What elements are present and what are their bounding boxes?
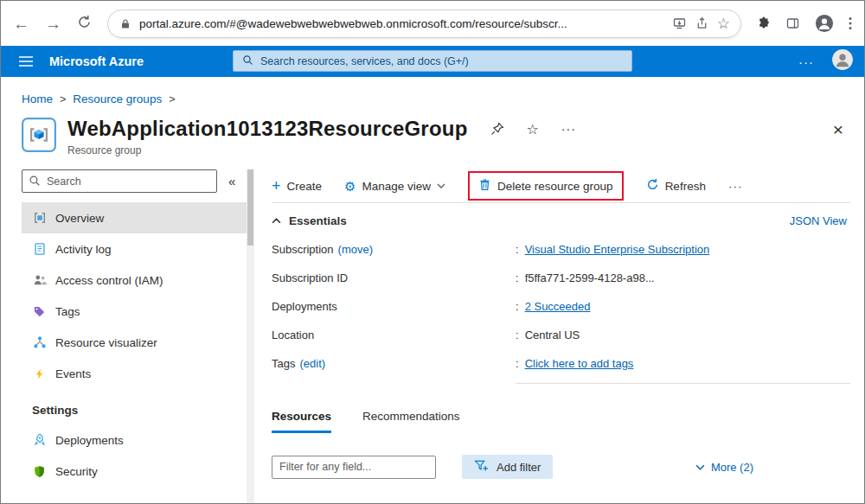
edit-tags-link[interactable]: (edit): [299, 357, 325, 370]
sidebar-scrollbar[interactable]: [247, 169, 254, 503]
create-button[interactable]: + Create: [272, 178, 322, 194]
bookmark-star-icon[interactable]: ☆: [717, 15, 730, 33]
browser-refresh-icon[interactable]: [77, 15, 92, 32]
sidebar-item-label: Resource visualizer: [55, 336, 157, 349]
breadcrumb-separator: >: [60, 93, 66, 105]
page-more-icon[interactable]: ···: [561, 122, 576, 136]
command-bar: + Create ⚙ Manage view Delete resource g…: [272, 169, 850, 202]
resource-group-icon: [22, 118, 56, 152]
sidebar-item-resource-visualizer[interactable]: Resource visualizer: [22, 327, 247, 358]
azure-more-icon[interactable]: ···: [798, 54, 814, 69]
sidebar-item-access-control[interactable]: Access control (IAM): [22, 265, 247, 296]
azure-search-bar[interactable]: [233, 50, 632, 72]
breadcrumb-resource-groups[interactable]: Resource groups: [73, 93, 162, 105]
activity-log-icon: [32, 242, 47, 256]
sidebar-section-settings: Settings: [22, 389, 247, 424]
funnel-plus-icon: [474, 459, 489, 475]
gear-icon: ⚙: [344, 180, 356, 193]
pin-icon[interactable]: [490, 122, 504, 136]
chevron-up-icon[interactable]: [272, 218, 281, 224]
sidebar-item-activity-log[interactable]: Activity log: [22, 233, 247, 265]
main-content: + Create ⚙ Manage view Delete resource g…: [254, 169, 864, 503]
lock-icon[interactable]: [120, 18, 131, 29]
colon: :: [516, 271, 519, 284]
people-icon: [32, 273, 47, 287]
essentials-grid: Subscription (move) : Visual Studio Ente…: [272, 235, 850, 378]
essentials-divider: [516, 383, 850, 384]
tab-resources[interactable]: Resources: [272, 410, 331, 433]
more-filters-label: More (2): [711, 461, 753, 474]
search-icon: [242, 54, 253, 69]
browser-back-icon[interactable]: ←: [13, 16, 29, 32]
azure-account-avatar[interactable]: [831, 48, 854, 74]
extensions-icon[interactable]: [757, 16, 771, 30]
sidebar-item-deployments[interactable]: Deployments: [22, 424, 247, 456]
sidebar-item-label: Deployments: [55, 434, 124, 447]
json-view-link[interactable]: JSON View: [790, 214, 847, 227]
sidebar-collapse-button[interactable]: «: [228, 174, 235, 188]
subscription-id-value: f5ffa771-2599-4128-a98...: [525, 271, 655, 284]
azure-brand[interactable]: Microsoft Azure: [49, 54, 144, 68]
filter-bar: Add filter More (2): [272, 455, 850, 479]
essentials-row-subscription: Subscription (move) : Visual Studio Ente…: [272, 235, 850, 264]
refresh-button[interactable]: Refresh: [646, 178, 706, 194]
favorite-star-icon[interactable]: ☆: [527, 121, 539, 137]
essentials-header: Essentials JSON View: [272, 214, 850, 227]
browser-chrome: ← → portal.azure.com/#@wadewebwebwebwebw…: [1, 1, 864, 46]
scrollbar-thumb[interactable]: [247, 169, 253, 246]
essentials-row-deployments: Deployments : 2 Succeeded: [272, 292, 850, 321]
hamburger-menu-icon[interactable]: [11, 55, 41, 67]
chevron-down-icon: [437, 183, 445, 188]
azure-search-input[interactable]: [260, 55, 623, 67]
filter-input[interactable]: [272, 456, 436, 479]
browser-actions: [757, 14, 852, 33]
content-tabs: Resources Recommendations: [272, 410, 850, 433]
essentials-title[interactable]: Essentials: [289, 214, 347, 227]
browser-menu-icon[interactable]: [849, 16, 852, 30]
sidebar-item-events[interactable]: Events: [22, 358, 247, 389]
blade-body: « Overview Activity log Access control (…: [1, 169, 864, 503]
share-icon[interactable]: [695, 16, 708, 30]
create-label: Create: [287, 180, 323, 193]
side-panel-icon[interactable]: [785, 16, 800, 30]
azure-topbar-right: ···: [798, 48, 854, 74]
close-blade-icon[interactable]: ×: [833, 120, 843, 138]
sidebar-search-input[interactable]: [22, 169, 217, 193]
sidebar-item-overview[interactable]: Overview: [22, 202, 247, 233]
sidebar-item-label: Security: [55, 465, 98, 478]
colon: :: [516, 329, 519, 341]
sidebar-item-tags[interactable]: Tags: [22, 296, 247, 327]
delete-label: Delete resource group: [497, 180, 613, 193]
refresh-icon: [646, 178, 659, 194]
diagram-icon: [32, 335, 47, 349]
sidebar-item-label: Overview: [55, 212, 104, 225]
more-filters-link[interactable]: More (2): [695, 461, 753, 474]
chevron-down-icon: [695, 464, 705, 470]
tab-recommendations[interactable]: Recommendations: [362, 410, 460, 433]
add-filter-button[interactable]: Add filter: [462, 455, 553, 479]
address-bar[interactable]: portal.azure.com/#@wadewebwebwebwebweb.o…: [107, 10, 741, 38]
shield-icon: [32, 465, 47, 478]
add-tags-link[interactable]: Click here to add tags: [525, 357, 634, 370]
browser-profile-avatar[interactable]: [815, 14, 834, 33]
sidebar-item-label: Activity log: [55, 243, 112, 256]
azure-topbar: Microsoft Azure ···: [1, 46, 864, 77]
sidebar-item-security[interactable]: Security: [22, 456, 247, 487]
manage-view-button[interactable]: ⚙ Manage view: [344, 180, 445, 193]
command-bar-more-icon[interactable]: ···: [728, 180, 743, 193]
location-label: Location: [272, 329, 314, 341]
subscription-value-link[interactable]: Visual Studio Enterprise Subscription: [525, 243, 710, 256]
rocket-icon: [32, 433, 47, 447]
essentials-row-tags: Tags (edit) : Click here to add tags: [272, 349, 850, 378]
deployments-value-link[interactable]: 2 Succeeded: [525, 300, 591, 313]
url-text[interactable]: portal.azure.com/#@wadewebwebwebwebweb.o…: [139, 17, 663, 30]
save-page-icon[interactable]: [672, 16, 687, 30]
page-header: WebApplication1013123ResourceGroup ☆ ···…: [1, 105, 864, 156]
browser-forward-icon[interactable]: →: [45, 16, 61, 32]
colon: :: [516, 357, 519, 370]
delete-resource-group-button[interactable]: Delete resource group: [468, 171, 624, 201]
breadcrumb-home[interactable]: Home: [22, 93, 53, 105]
move-link[interactable]: (move): [338, 243, 373, 256]
overview-icon: [32, 211, 47, 225]
refresh-label: Refresh: [665, 180, 706, 193]
